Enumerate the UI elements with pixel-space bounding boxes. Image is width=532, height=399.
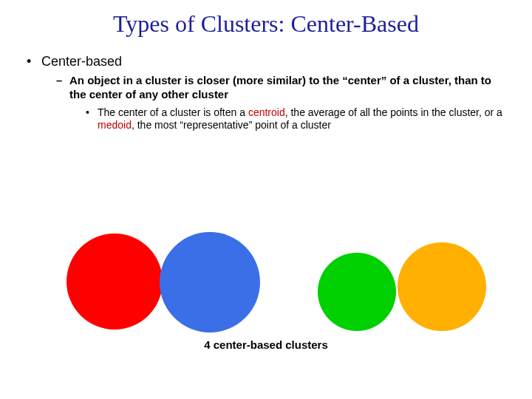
- slide-body: Center-based An object in a cluster is c…: [0, 54, 532, 132]
- text-fragment: The center of a cluster is often a: [98, 106, 248, 118]
- cluster-diagram: [0, 222, 532, 347]
- cluster-circle-blue: [160, 232, 260, 332]
- text-fragment: , the average of all the points in the c…: [285, 106, 502, 118]
- bullet-level-2: An object in a cluster is closer (more s…: [27, 74, 510, 102]
- keyword-centroid: centroid: [248, 106, 285, 118]
- cluster-circle-green: [318, 253, 396, 331]
- bullet-level-1: Center-based: [27, 54, 510, 69]
- bullet-level-3: The center of a cluster is often a centr…: [27, 106, 510, 132]
- cluster-circle-red: [66, 233, 163, 330]
- text-fragment: , the most “representative” point of a c…: [132, 119, 331, 131]
- cluster-circle-orange: [398, 242, 486, 331]
- keyword-medoid: medoid: [98, 119, 132, 131]
- slide-title: Types of Clusters: Center-Based: [0, 10, 532, 38]
- diagram-caption: 4 center-based clusters: [0, 338, 532, 351]
